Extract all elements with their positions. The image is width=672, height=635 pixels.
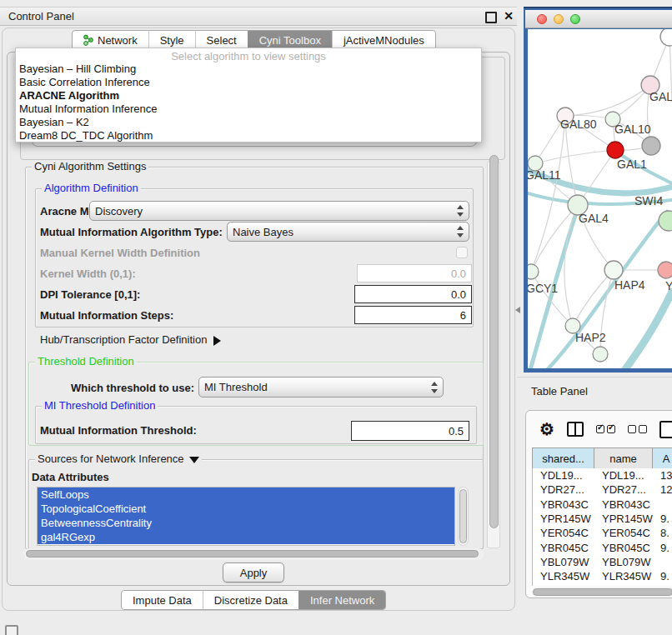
table-hscrollbar[interactable] — [532, 588, 672, 597]
table-cell[interactable]: YER054C — [594, 527, 653, 539]
attr-scroll-thumb[interactable] — [459, 489, 467, 543]
kernel-width-field[interactable]: 0.0 — [357, 264, 472, 282]
table-cell[interactable]: YPR145W — [594, 512, 653, 525]
table-cell[interactable]: YDR27... — [594, 483, 653, 496]
columns-icon[interactable] — [567, 422, 584, 437]
node-swi4[interactable] — [659, 211, 672, 231]
node-gal1[interactable] — [607, 142, 624, 158]
splitter-handle-icon[interactable] — [512, 307, 520, 313]
table-cell[interactable]: YLR345W — [594, 570, 653, 582]
node-hap4[interactable] — [604, 261, 623, 279]
table-row[interactable]: YBL079WYBL079W — [533, 555, 672, 569]
tab-discretize-data[interactable]: Discretize Data — [203, 591, 298, 609]
settings-vscrollbar[interactable] — [487, 161, 500, 548]
table-cell[interactable]: 12 — [653, 483, 672, 496]
deselect-all-icon[interactable] — [628, 425, 647, 433]
settings-hscroll-thumb[interactable] — [26, 550, 479, 558]
node-salmon[interactable] — [658, 262, 672, 278]
table-cell[interactable]: YBL079W — [594, 556, 653, 568]
table-cell[interactable]: YBR045C — [533, 542, 594, 554]
column-header-a[interactable]: A — [653, 448, 672, 468]
table-hscroll-thumb[interactable] — [533, 588, 672, 596]
which-threshold-combo[interactable]: MI Threshold — [198, 377, 444, 398]
settings-vscroll-thumb[interactable] — [489, 155, 499, 528]
aracne-mode-combo[interactable]: Discovery — [89, 201, 469, 221]
table-cell[interactable]: YBR043C — [533, 498, 594, 511]
tab-style[interactable]: Style — [148, 31, 195, 49]
attr-list-scrollbar[interactable] — [458, 487, 469, 546]
network-view-window[interactable]: GALGAL80GAL10GAL1GAL11GAL4SWI4HAP4YGCY1H… — [524, 7, 672, 372]
table-row[interactable]: YLR345WYLR345W9. — [533, 569, 672, 583]
table-row[interactable]: YBR043CYBR043C — [533, 498, 672, 512]
column-header-name[interactable]: name — [594, 448, 653, 468]
table-cell[interactable]: YBL079W — [533, 556, 594, 568]
table-cell[interactable]: YIL052C — [594, 585, 653, 586]
mi-type-combo[interactable]: Naive Bayes — [227, 222, 469, 242]
table-cell[interactable]: YPR145W — [533, 512, 594, 525]
network-canvas[interactable]: GALGAL80GAL10GAL1GAL11GAL4SWI4HAP4YGCY1H… — [528, 29, 672, 368]
table-row[interactable]: YDR27...YDR27...12 — [533, 482, 672, 497]
attribute-item-gal4rgexp[interactable]: gal4RGexp — [38, 530, 454, 544]
close-traffic-light-icon[interactable] — [537, 14, 547, 24]
settings-hscrollbar[interactable] — [23, 548, 484, 560]
table-cell[interactable]: YIL052C — [533, 585, 594, 586]
table-cell[interactable]: 9. — [653, 542, 672, 554]
table-row[interactable]: YIL052CYIL052C9 — [533, 583, 672, 586]
mi-threshold-field[interactable]: 0.5 — [351, 421, 469, 441]
select-all-icon[interactable] — [596, 425, 615, 433]
minimize-traffic-light-icon[interactable] — [554, 14, 564, 24]
minimized-panel-icon[interactable] — [5, 625, 18, 635]
dropdown-item-aracne-algorithm[interactable]: ARACNE Algorithm — [16, 89, 481, 102]
expand-right-icon[interactable] — [213, 336, 221, 346]
hub-definition-label[interactable]: Hub/Transcription Factor Definition — [40, 333, 221, 346]
sources-label[interactable]: Sources for Network Inference — [35, 453, 202, 464]
table-cell[interactable]: 9. — [653, 570, 672, 582]
dropdown-item-bayesian-hill-climbing[interactable]: Bayesian – Hill Climbing — [16, 62, 481, 76]
table-cell[interactable]: YBR045C — [594, 542, 653, 554]
tab-infer-network[interactable]: Infer Network — [298, 591, 385, 609]
table-cell[interactable]: YDL19... — [594, 469, 653, 482]
table-cell[interactable]: YBR043C — [594, 498, 653, 511]
tab-select[interactable]: Select — [195, 31, 248, 49]
table-row[interactable]: YER054CYER054C8. — [533, 526, 672, 540]
column-header-shared[interactable]: shared... — [533, 448, 594, 468]
attribute-item-topologicalcoefficient[interactable]: TopologicalCoefficient — [38, 502, 454, 516]
table-cell[interactable]: YLR345W — [533, 570, 594, 582]
table-cell[interactable]: 8. — [653, 527, 672, 539]
dropdown-item-dream8-dc-tdc-algorithm[interactable]: Dream8 DC_TDC Algorithm — [16, 129, 481, 142]
dpi-tolerance-field[interactable]: 0.0 — [354, 285, 472, 303]
tab-impute-data[interactable]: Impute Data — [122, 591, 203, 609]
tab-cyni-toolbox[interactable]: Cyni Toolbox — [248, 31, 332, 49]
table-row[interactable]: YDL19...YDL19...13 — [533, 468, 672, 482]
data-attributes-list[interactable]: SelfLoopsTopologicalCoefficientBetweenne… — [37, 487, 455, 546]
dropdown-item-basic-correlation-inference[interactable]: Basic Correlation Inference — [16, 76, 481, 89]
dropdown-item-bayesian-k2[interactable]: Bayesian – K2 — [16, 116, 481, 129]
table-cell[interactable]: 9 — [653, 585, 672, 586]
float-panel-icon[interactable] — [485, 12, 497, 23]
new-table-icon[interactable] — [659, 421, 672, 438]
node-bottom[interactable] — [593, 347, 608, 362]
collapse-down-icon[interactable] — [189, 457, 199, 463]
network-window-titlebar[interactable] — [525, 10, 672, 28]
table-cell[interactable]: YDR27... — [533, 483, 594, 496]
close-panel-icon[interactable]: ✕ — [504, 9, 514, 22]
apply-button[interactable]: Apply — [223, 562, 284, 582]
table-cell[interactable]: 9. — [653, 512, 672, 525]
manual-kernel-checkbox[interactable] — [456, 247, 468, 258]
table-row[interactable]: YBR045CYBR045C9. — [533, 540, 672, 554]
node-gray[interactable] — [642, 137, 660, 155]
zoom-traffic-light-icon[interactable] — [570, 14, 580, 24]
dropdown-item-mutual-information-inference[interactable]: Mutual Information Inference — [16, 102, 481, 116]
table-cell[interactable]: YDL19... — [533, 469, 594, 482]
tab-network[interactable]: Network — [73, 31, 148, 49]
table-row[interactable]: YPR145WYPR145W9. — [533, 512, 672, 526]
table-cell[interactable]: YER054C — [533, 527, 594, 539]
mi-steps-field[interactable]: 6 — [354, 306, 472, 324]
gear-icon[interactable]: ⚙ — [539, 421, 554, 438]
attribute-item-selfloops[interactable]: SelfLoops — [38, 488, 454, 502]
tab-jactivemnodules[interactable]: jActiveMNodules — [332, 31, 435, 49]
node-gcy1[interactable] — [528, 264, 539, 279]
node-top-right[interactable] — [660, 29, 672, 46]
table-cell[interactable]: 13 — [653, 469, 672, 482]
attribute-item-betweennesscentrality[interactable]: BetweennessCentrality — [38, 516, 454, 530]
